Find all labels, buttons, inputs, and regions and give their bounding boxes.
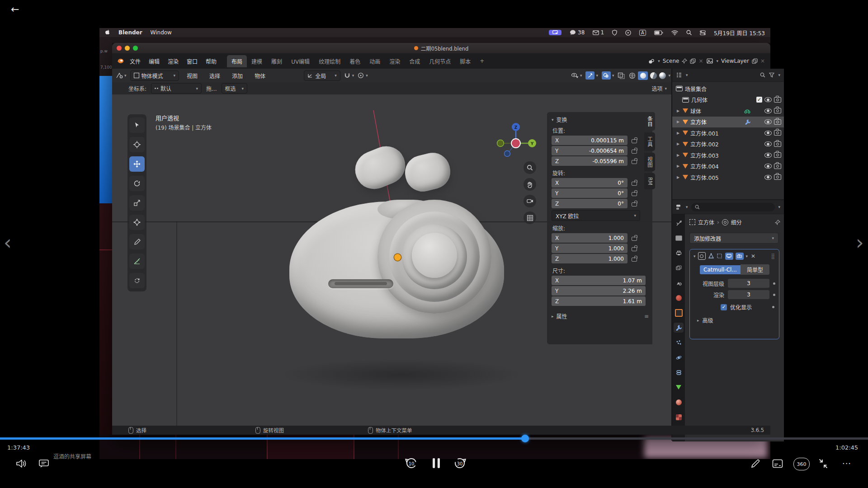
advanced-section[interactable]: ▸ 高级 [697,316,775,324]
input-method-indicator[interactable]: A [639,30,646,36]
3d-viewport[interactable]: 用户透视 (19) 场景集合 | 立方体 [112,94,671,432]
workspace-tab-modeling[interactable]: 建模 [247,55,267,67]
animate-dot[interactable] [773,282,775,285]
workspace-tab-uv[interactable]: UV编辑 [287,55,314,67]
breadcrumb-object[interactable]: 立方体 [698,218,714,226]
lock-icon[interactable] [632,182,637,186]
snap-toggle[interactable]: ▾ [344,72,354,79]
properties-tab-texture[interactable] [674,412,684,422]
overlays-toggle[interactable]: ▾ [602,71,614,80]
outliner-editor-icon[interactable] [676,72,682,78]
viewport-menu-select[interactable]: 选择 [205,70,224,81]
render-camera-icon[interactable] [774,130,781,136]
rewind-10-button[interactable]: 10 [404,455,419,471]
gizmo-neg-z-axis[interactable] [505,151,510,157]
properties-tab-physics[interactable] [674,352,684,362]
more-options-button[interactable]: ··· [839,455,855,471]
workspace-tab-layout[interactable]: 布局 [227,55,247,67]
n-tab-rm[interactable]: RM [644,173,655,189]
n-tab-tool[interactable]: 工具 [644,132,655,151]
shading-solid-active[interactable] [638,71,648,80]
render-camera-icon[interactable] [774,174,781,180]
lock-icon[interactable] [632,192,637,196]
dimensions-z-field[interactable]: Z1.61 m [552,296,646,306]
chat-status[interactable]: 38 [570,29,585,36]
location-y-field[interactable]: Y-0.000654 m [552,146,627,155]
drag-handle-icon[interactable]: ⣿ [771,253,775,259]
remove-viewlayer-icon[interactable]: × [760,58,765,64]
properties-tab-tool[interactable] [674,218,684,228]
location-x-field[interactable]: X0.000115 m [552,136,627,145]
shading-material-icon[interactable] [650,72,657,79]
filter-funnel-icon[interactable] [769,72,774,78]
menu-help[interactable]: 帮助 [202,56,221,66]
edit-button[interactable] [749,457,762,470]
deg360-button[interactable]: 360 [793,458,810,470]
tool-cursor[interactable] [129,137,145,152]
animate-dot[interactable] [772,306,774,308]
blender-logo-icon[interactable] [117,58,124,64]
unlink-scene-icon[interactable]: × [698,58,703,64]
tool-rotate[interactable] [129,176,145,191]
render-levels-field[interactable]: 3 [728,290,769,299]
add-modifier-button[interactable]: 添加修改器 ▾ [689,233,778,244]
properties-tab-constraints[interactable] [674,367,684,377]
animate-dot[interactable] [773,294,775,296]
subtitle-button[interactable] [771,457,784,470]
menubar-window-menu[interactable]: Window [151,29,172,36]
tool-annotate[interactable] [129,234,145,249]
transform-orientation-selector[interactable]: 全局 ▾ [304,70,340,81]
properties-tab-render[interactable] [674,233,684,243]
pause-button[interactable] [429,455,444,471]
viewlayer-selector[interactable]: ▾ ViewLayer × [707,58,765,64]
collapse-modifier-icon[interactable]: ▾ [693,254,696,258]
lock-icon[interactable] [632,237,637,241]
breadcrumb-modifier[interactable]: 细分 [731,218,742,226]
mode-selector[interactable]: 物体模式 ▾ [130,70,179,81]
proportional-edit-toggle[interactable]: ▾ [358,72,368,79]
lock-icon[interactable] [632,258,637,262]
properties-tab-modifiers[interactable] [674,323,684,333]
workspace-tab-animation[interactable]: 动画 [365,55,385,67]
workspace-tab-geometry-nodes[interactable]: 几何节点 [425,55,455,67]
mail-status[interactable]: 1 [593,29,604,36]
zoom-window-button[interactable] [133,46,138,51]
duplicate-icon[interactable] [690,58,696,64]
xray-toggle[interactable] [618,72,625,79]
volume-button[interactable] [14,457,28,470]
tool-measure[interactable] [129,253,145,269]
transform-panel-header[interactable]: ▾变换 [552,116,567,123]
outliner-row-cube-selected[interactable]: ▶ 立方体 [672,117,784,128]
outliner-search-icon[interactable] [760,72,765,78]
viewport-menu-view[interactable]: 视图 [183,70,202,81]
delete-modifier-icon[interactable]: ✕ [751,253,755,259]
outliner-row-sphere[interactable]: ▶ 球体 [672,105,784,117]
scale-x-field[interactable]: X1.000 [552,233,627,243]
outliner-row-cube001[interactable]: ▶ 立方体.001 [672,127,784,139]
n-tab-item[interactable]: 条目 [644,112,655,131]
window-titlebar[interactable]: 二期05blend.blend [112,43,770,53]
lock-icon[interactable] [632,150,637,154]
danmaku-button[interactable] [37,457,51,470]
hide-eye-icon[interactable] [764,141,772,146]
viewport-menu-object[interactable]: 物体 [250,70,269,81]
minimize-window-button[interactable] [125,46,130,51]
close-window-button[interactable] [117,46,122,51]
camera-view-button[interactable] [524,195,536,207]
exit-fullscreen-button[interactable] [816,457,830,470]
outliner-row-scene-collection[interactable]: 场景集合 [672,83,784,94]
properties-collapsed-panel[interactable]: ▸属性 ≡ [552,312,649,320]
drag-label[interactable]: 拖... [206,84,217,92]
rotation-y-field[interactable]: Y0° [552,188,627,198]
hide-eye-icon[interactable] [764,131,772,136]
menu-edit[interactable]: 编辑 [145,56,164,66]
outliner-row-cube004[interactable]: ▶ 立方体.004 [672,161,784,172]
location-z-field[interactable]: Z-0.05596 m [552,156,627,166]
gizmo-x-axis[interactable] [511,139,520,148]
workspace-tab-rendering[interactable]: 渲染 [385,55,405,67]
menu-window[interactable]: 窗口 [183,56,202,66]
editor-type-button[interactable]: ▾ [116,72,127,79]
tool-scale[interactable] [129,195,145,211]
control-center[interactable] [700,30,706,35]
zoom-viewport-button[interactable] [524,161,536,174]
